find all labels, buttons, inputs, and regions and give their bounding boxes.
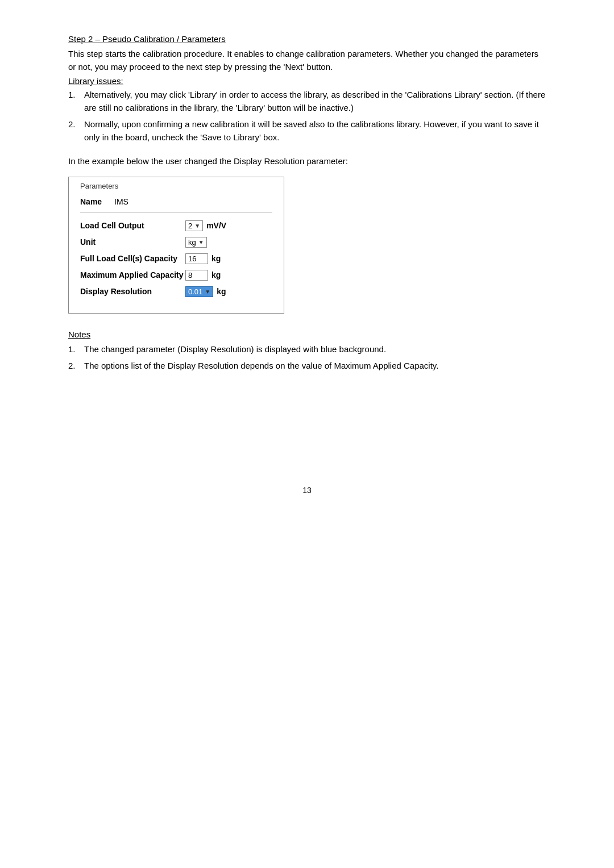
select-value: kg <box>188 238 196 247</box>
param-label: Load Cell Output <box>80 221 185 230</box>
step-heading: Step 2 – Pseudo Calibration / Parameters <box>68 34 226 44</box>
param-label: Display Resolution <box>80 287 185 296</box>
select-value: 2 <box>188 222 192 230</box>
param-select-display-resolution[interactable]: 0.01 ▼ <box>185 286 213 297</box>
param-name-row: Name IMS <box>80 197 272 212</box>
parameters-box: Parameters Name IMS Load Cell Output 2 ▼… <box>68 177 284 314</box>
page-content: Step 2 – Pseudo Calibration / Parameters… <box>68 34 546 372</box>
list-item: 2. Normally, upon confirming a new calib… <box>68 118 546 144</box>
param-row-unit: Unit kg ▼ <box>80 237 272 248</box>
list-item-num: 1. <box>68 343 84 356</box>
param-input-full-load-cell-capacity[interactable]: 16 <box>185 253 208 264</box>
param-row-display-resolution: Display Resolution 0.01 ▼ kg <box>80 286 272 297</box>
param-row-max-applied-capacity: Maximum Applied Capacity 8 kg <box>80 270 272 281</box>
list-item-num: 1. <box>68 88 84 101</box>
list-item: 2. The options list of the Display Resol… <box>68 359 546 372</box>
param-row-full-load-cell-capacity: Full Load Cell(s) Capacity 16 kg <box>80 253 272 264</box>
dropdown-arrow-icon: ▼ <box>194 223 200 229</box>
param-name-label: Name <box>80 197 114 206</box>
param-row-load-cell-output: Load Cell Output 2 ▼ mV/V <box>80 220 272 231</box>
param-input-max-applied-capacity[interactable]: 8 <box>185 270 208 281</box>
library-issues-list: 1. Alternatively, you may click 'Library… <box>68 88 546 144</box>
list-item-num: 2. <box>68 118 84 131</box>
param-unit: kg <box>211 270 221 279</box>
param-unit: kg <box>211 254 221 263</box>
library-issues-heading: Library issues: <box>68 76 123 86</box>
list-item: 1. The changed parameter (Display Resolu… <box>68 343 546 356</box>
list-item-text: Alternatively, you may click 'Library' i… <box>84 88 546 115</box>
param-select-load-cell-output[interactable]: 2 ▼ <box>185 220 203 231</box>
list-item-text: The changed parameter (Display Resolutio… <box>84 343 546 356</box>
param-label: Unit <box>80 237 185 247</box>
param-select-unit[interactable]: kg ▼ <box>185 237 207 248</box>
param-unit: mV/V <box>206 221 226 230</box>
param-unit: kg <box>217 287 226 296</box>
intro-paragraph: This step starts the calibration procedu… <box>68 47 546 74</box>
dropdown-arrow-icon: ▼ <box>198 239 204 245</box>
example-text: In the example below the user changed th… <box>68 155 546 168</box>
notes-heading: Notes <box>68 329 90 339</box>
list-item-text: The options list of the Display Resoluti… <box>84 359 546 372</box>
dropdown-arrow-icon: ▼ <box>205 289 210 295</box>
parameters-title: Parameters <box>80 182 272 190</box>
param-label: Maximum Applied Capacity <box>80 270 185 279</box>
notes-list: 1. The changed parameter (Display Resolu… <box>68 343 546 373</box>
list-item-num: 2. <box>68 359 84 372</box>
param-name-value: IMS <box>114 197 128 206</box>
param-label: Full Load Cell(s) Capacity <box>80 254 185 263</box>
page-number: 13 <box>68 486 546 495</box>
list-item-text: Normally, upon confirming a new calibrat… <box>84 118 546 144</box>
select-value: 0.01 <box>188 287 202 296</box>
list-item: 1. Alternatively, you may click 'Library… <box>68 88 546 115</box>
